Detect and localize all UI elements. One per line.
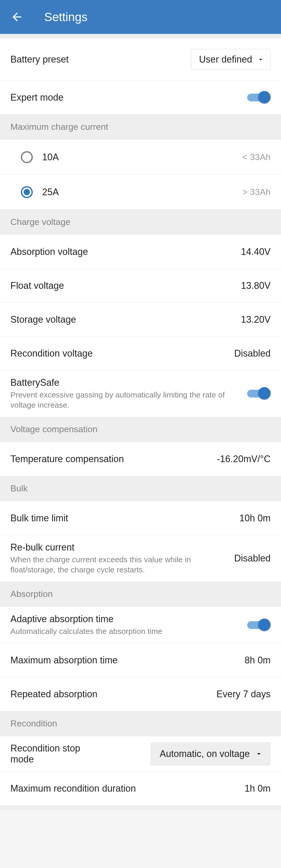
row-label: BatterySafe xyxy=(10,377,242,388)
toggle-thumb xyxy=(258,387,271,400)
battery-preset-label: Battery preset xyxy=(10,54,186,65)
row-label: Repeated absorption xyxy=(10,689,211,700)
expert-mode-row[interactable]: Expert mode xyxy=(0,81,281,115)
row-value: 8h 0m xyxy=(245,655,271,666)
chevron-down-icon xyxy=(255,750,263,758)
row-value: 13.80V xyxy=(241,280,271,291)
row-sublabel: Prevent excessive gassing by automatical… xyxy=(10,390,242,410)
toggle-thumb xyxy=(258,619,271,631)
back-button[interactable] xyxy=(10,10,24,24)
radio-10a[interactable]: 10A < 33Ah xyxy=(0,140,281,175)
batterysafe-row[interactable]: BatterySafe Prevent excessive gassing by… xyxy=(0,370,281,417)
recondition-stop-mode-row[interactable]: Recondition stop mode Automatic, on volt… xyxy=(0,736,281,772)
max-recondition-duration-row[interactable]: Maximum recondition duration 1h 0m xyxy=(0,772,281,805)
spacer xyxy=(0,805,281,810)
bulk-time-limit-row[interactable]: Bulk time limit 10h 0m xyxy=(0,501,281,535)
repeated-absorption-row[interactable]: Repeated absorption Every 7 days xyxy=(0,677,281,711)
row-label: Maximum recondition duration xyxy=(10,783,239,794)
section-charge-voltage: Charge voltage xyxy=(0,210,281,235)
row-label: Float voltage xyxy=(10,280,236,291)
row-value: Every 7 days xyxy=(216,689,271,700)
row-value: 14.40V xyxy=(241,246,271,257)
float-voltage-row[interactable]: Float voltage 13.80V xyxy=(0,269,281,303)
section-recondition: Recondition xyxy=(0,711,281,736)
section-voltage-comp: Voltage compensation xyxy=(0,417,281,442)
temp-compensation-row[interactable]: Temperature compensation -16.20mV/°C xyxy=(0,442,281,476)
recondition-stop-mode-select[interactable]: Automatic, on voltage xyxy=(150,742,271,766)
row-value: Disabled xyxy=(234,348,271,359)
row-label: Temperature compensation xyxy=(10,454,212,465)
radio-hint: > 33Ah xyxy=(242,187,271,197)
adaptive-absorption-row[interactable]: Adaptive absorption time Automatically c… xyxy=(0,607,281,643)
chevron-down-icon xyxy=(257,56,264,63)
storage-voltage-row[interactable]: Storage voltage 13.20V xyxy=(0,303,281,337)
radio-25a[interactable]: 25A > 33Ah xyxy=(0,175,281,210)
section-absorption: Absorption xyxy=(0,582,281,607)
row-label: Re-bulk current xyxy=(10,542,229,553)
recondition-voltage-row[interactable]: Recondition voltage Disabled xyxy=(0,337,281,370)
row-label: Recondition voltage xyxy=(10,348,229,359)
expert-mode-toggle[interactable] xyxy=(247,91,271,104)
radio-label: 25A xyxy=(42,187,59,197)
battery-preset-value: User defined xyxy=(199,54,252,65)
row-sublabel: When the charge current exceeds this val… xyxy=(10,554,229,575)
row-label: Bulk time limit xyxy=(10,513,234,524)
row-value: -16.20mV/°C xyxy=(217,454,271,465)
toggle-thumb xyxy=(258,91,271,103)
radio-icon xyxy=(21,151,33,163)
row-value: 10h 0m xyxy=(239,513,271,524)
app-header: Settings xyxy=(0,0,281,34)
radio-hint: < 33Ah xyxy=(242,152,271,162)
battery-preset-row[interactable]: Battery preset User defined xyxy=(0,38,281,81)
row-sublabel: Automatically calculates the absorption … xyxy=(10,626,242,636)
section-bulk: Bulk xyxy=(0,476,281,501)
adaptive-absorption-toggle[interactable] xyxy=(247,619,271,631)
row-value: 1h 0m xyxy=(245,783,271,794)
page-title: Settings xyxy=(44,10,87,24)
absorption-voltage-row[interactable]: Absorption voltage 14.40V xyxy=(0,235,281,269)
row-label: Maximum absorption time xyxy=(10,655,239,666)
battery-preset-select[interactable]: User defined xyxy=(191,49,271,70)
radio-label: 10A xyxy=(42,152,59,163)
select-value: Automatic, on voltage xyxy=(160,748,250,759)
radio-icon xyxy=(21,186,33,198)
row-label: Absorption voltage xyxy=(10,246,236,257)
arrow-back-icon xyxy=(10,10,24,24)
row-label: Recondition stop mode xyxy=(10,743,94,765)
row-label: Adaptive absorption time xyxy=(10,614,242,624)
row-value: Disabled xyxy=(234,553,271,564)
row-label: Storage voltage xyxy=(10,314,236,325)
max-absorption-time-row[interactable]: Maximum absorption time 8h 0m xyxy=(0,643,281,677)
spacer xyxy=(0,34,281,38)
section-max-current: Maximum charge current xyxy=(0,115,281,140)
rebulk-current-row[interactable]: Re-bulk current When the charge current … xyxy=(0,535,281,582)
row-value: 13.20V xyxy=(241,314,271,325)
expert-mode-label: Expert mode xyxy=(10,92,242,103)
batterysafe-toggle[interactable] xyxy=(247,387,271,400)
